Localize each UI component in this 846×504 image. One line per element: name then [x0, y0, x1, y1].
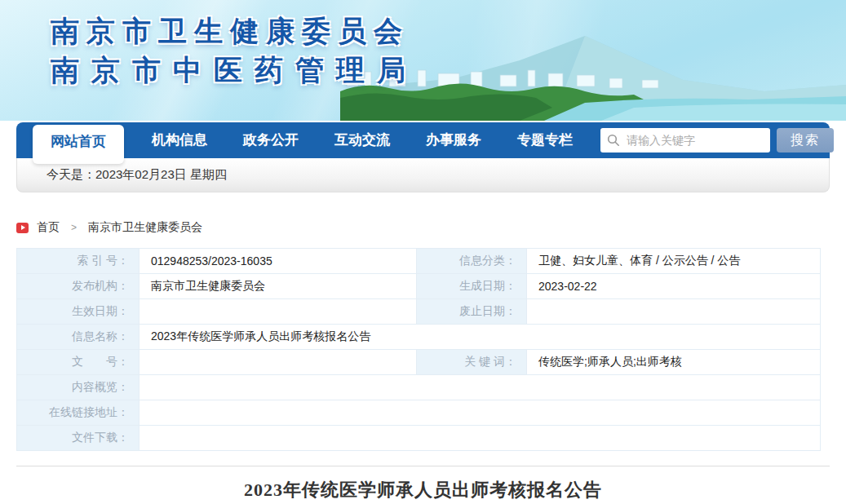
nav-tab-org-info[interactable]: 机构信息 [144, 122, 215, 158]
field-value-info-name: 2023年传统医学师承人员出师考核报名公告 [140, 325, 821, 350]
table-row: 在线链接地址： [17, 400, 821, 426]
search-button[interactable]: 搜索 [777, 128, 834, 153]
table-row: 信息名称： 2023年传统医学师承人员出师考核报名公告 [17, 325, 821, 350]
table-row: 发布机构： 南京市卫生健康委员会 生成日期： 2023-02-22 [17, 274, 821, 299]
field-label-file-download: 文件下载： [17, 426, 140, 451]
header-banner: 南京市卫生健康委员会 南京市中医药管理局 [0, 0, 846, 121]
nav-tab-special-topics[interactable]: 专题专栏 [509, 122, 581, 158]
field-label-info-name: 信息名称： [17, 325, 140, 350]
article-title: 2023年传统医学师承人员出师考核报名公告 [16, 478, 830, 502]
article-section: 2023年传统医学师承人员出师考核报名公告 [16, 466, 830, 502]
field-value-abolition-date [527, 299, 821, 325]
main-navigation: 网站首页 机构信息 政务公开 互动交流 办事服务 专题专栏 搜索 [16, 122, 830, 158]
table-row: 文件下载： [17, 426, 821, 451]
search-input[interactable] [627, 134, 764, 147]
breadcrumb: 首页 > 南京市卫生健康委员会 [16, 220, 830, 235]
field-value-content-overview [140, 375, 821, 400]
field-value-info-category: 卫健、妇女儿童、体育 / 公示公告 / 公告 [527, 249, 821, 274]
breadcrumb-current-page[interactable]: 南京市卫生健康委员会 [88, 220, 202, 235]
date-bar: 今天是：2023年02月23日 星期四 [16, 158, 830, 192]
play-icon [16, 223, 29, 233]
field-label-abolition-date: 废止日期： [417, 299, 527, 325]
field-label-index-number: 索 引 号： [17, 249, 140, 274]
site-title-block: 南京市卫生健康委员会 南京市中医药管理局 [51, 11, 418, 91]
field-value-generation-date: 2023-02-22 [527, 274, 821, 299]
field-value-document-number [140, 350, 417, 375]
breadcrumb-home-link[interactable]: 首页 [37, 220, 60, 235]
field-label-keywords: 关 键 词： [417, 350, 527, 375]
document-metadata-table: 索 引 号： 012948253/2023-16035 信息分类： 卫健、妇女儿… [16, 248, 821, 451]
field-label-online-link: 在线链接地址： [17, 400, 140, 426]
field-value-index-number: 012948253/2023-16035 [140, 249, 417, 274]
table-row: 生效日期： 废止日期： [17, 299, 821, 325]
field-value-effective-date [140, 299, 417, 325]
field-label-generation-date: 生成日期： [417, 274, 527, 299]
org-name-tcm-bureau: 南京市中医药管理局 [51, 51, 418, 90]
breadcrumb-separator: > [71, 222, 77, 233]
field-label-info-category: 信息分类： [417, 249, 527, 274]
org-name-health-commission: 南京市卫生健康委员会 [51, 11, 418, 51]
field-label-effective-date: 生效日期： [17, 299, 140, 325]
field-value-file-download [140, 426, 821, 451]
nav-tab-services[interactable]: 办事服务 [418, 122, 489, 158]
table-row: 内容概览： [17, 375, 821, 400]
field-value-keywords: 传统医学;师承人员;出师考核 [527, 350, 821, 375]
field-label-content-overview: 内容概览： [17, 375, 140, 400]
field-value-issuing-agency: 南京市卫生健康委员会 [140, 274, 417, 299]
nav-tab-interaction[interactable]: 互动交流 [326, 122, 398, 158]
search-icon [607, 134, 620, 147]
search-area: 搜索 [600, 128, 834, 153]
field-value-online-link [140, 400, 821, 426]
field-label-issuing-agency: 发布机构： [17, 274, 140, 299]
today-date-text: 今天是：2023年02月23日 星期四 [47, 167, 227, 183]
field-label-document-number: 文 号： [17, 350, 140, 375]
nav-tab-gov-disclosure[interactable]: 政务公开 [235, 122, 307, 158]
search-box[interactable] [600, 128, 770, 153]
nav-tab-home[interactable]: 网站首页 [33, 125, 124, 164]
table-row: 索 引 号： 012948253/2023-16035 信息分类： 卫健、妇女儿… [17, 249, 821, 274]
table-row: 文 号： 关 键 词： 传统医学;师承人员;出师考核 [17, 350, 821, 375]
